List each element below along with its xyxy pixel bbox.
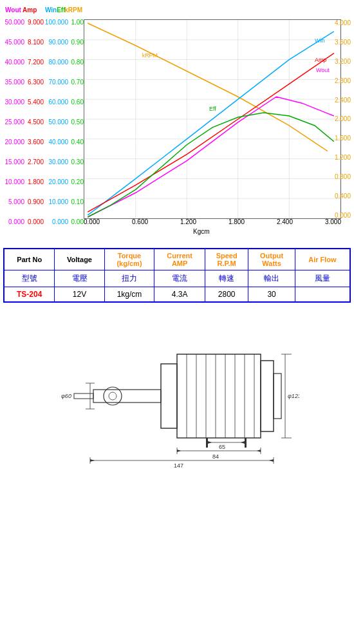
td-airflow — [295, 287, 350, 303]
col-header-wout: Wout — [1, 6, 21, 14]
th-voltage: Voltage — [55, 249, 104, 270]
svg-text:Win: Win — [315, 37, 324, 44]
mechanical-diagram: φ60 φ123 65 84 147 — [55, 322, 299, 470]
svg-text:Amp: Amp — [315, 57, 326, 63]
svg-marker-45 — [241, 441, 245, 444]
svg-text:Eff: Eff — [209, 106, 216, 112]
th-speed: SpeedR.P.M — [205, 249, 248, 270]
cn-torque: 扭力 — [104, 270, 154, 287]
data-row: TS-204 12V 1kg/cm 4.3A 2800 30 — [4, 287, 350, 303]
th-current: CurrentAMP — [154, 249, 205, 270]
col-header-krpm: kRPM — [64, 6, 82, 14]
svg-rect-42 — [245, 438, 247, 448]
th-torque: Torque(kg/cm) — [104, 249, 154, 270]
chart-left-labels: 50.0009.000100.0001.00 45.0008.10090.000… — [0, 19, 84, 225]
col-header-win: Win — [37, 6, 57, 14]
svg-marker-54 — [90, 459, 95, 462]
svg-rect-29 — [274, 374, 281, 419]
col-header-amp: Amp — [21, 6, 37, 14]
svg-text:kRPM: kRPM — [142, 52, 158, 59]
svg-rect-28 — [261, 361, 274, 431]
td-part-no: TS-204 — [4, 287, 55, 303]
svg-rect-30 — [161, 364, 177, 428]
dim-147-label: 147 — [174, 462, 183, 469]
dim-84-label: 84 — [212, 453, 219, 460]
cn-output: 輸出 — [248, 270, 295, 287]
svg-rect-34 — [74, 393, 93, 399]
th-output: OutputWatts — [248, 249, 295, 270]
svg-marker-49 — [177, 450, 181, 452]
svg-text:Wout: Wout — [316, 67, 330, 73]
spec-table: Part No Voltage Torque(kg/cm) CurrentAMP… — [3, 248, 351, 303]
chart-plot-area: kRPM Win Amp Wout Eff — [84, 19, 341, 219]
cn-voltage: 電壓 — [55, 270, 104, 287]
col-header-eff: Eff — [57, 6, 64, 14]
cn-current: 電流 — [154, 270, 205, 287]
cn-speed: 轉速 — [205, 270, 248, 287]
chart-x-labels: 0.000 0.600 1.200 1.800 2.400 3.000 — [84, 218, 341, 225]
dim-65-label: 65 — [219, 444, 225, 450]
table-section: Part No Voltage Torque(kg/cm) CurrentAMP… — [0, 238, 354, 309]
svg-marker-55 — [269, 459, 274, 462]
dim-phi123-label: φ123 — [288, 393, 299, 399]
td-speed: 2800 — [205, 287, 248, 303]
chart-right-labels: 4.000 3.600 3.200 2.800 2.400 2.000 1.60… — [335, 19, 351, 219]
th-airflow: Air Flow — [295, 249, 350, 270]
chinese-row: 型號 電壓 扭力 電流 轉速 輸出 風量 — [4, 270, 350, 287]
svg-rect-41 — [206, 438, 208, 448]
svg-rect-19 — [177, 354, 261, 438]
chart-section: Wout Amp Win Eff kRPM 50.0009.000100.000… — [0, 0, 354, 238]
svg-marker-50 — [257, 450, 261, 452]
chart-x-title: Kgcm — [193, 228, 210, 235]
th-part-no: Part No — [4, 249, 55, 270]
td-voltage: 12V — [55, 287, 104, 303]
diagram-section: φ60 φ123 65 84 147 — [0, 309, 354, 477]
cn-part-no: 型號 — [4, 270, 55, 287]
td-output: 30 — [248, 287, 295, 303]
svg-marker-44 — [208, 441, 212, 444]
td-current: 4.3A — [154, 287, 205, 303]
dim-phi60-label: φ60 — [61, 393, 71, 399]
svg-point-33 — [109, 392, 116, 400]
cn-airflow: 風量 — [295, 270, 350, 287]
td-torque: 1kg/cm — [104, 287, 154, 303]
